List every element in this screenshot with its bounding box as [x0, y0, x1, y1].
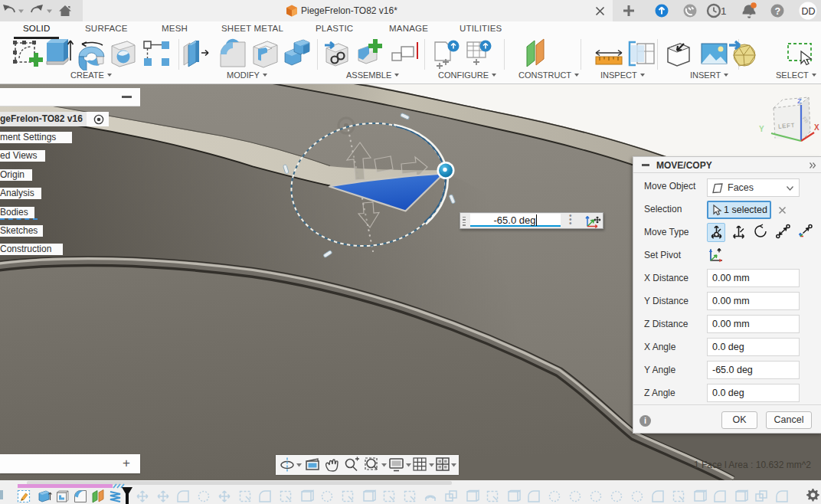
- svg-text:1: 1: [721, 5, 727, 17]
- svg-text:LEFT: LEFT: [778, 122, 796, 130]
- svg-text:X: X: [814, 123, 819, 132]
- svg-text:Y: Y: [759, 125, 764, 133]
- svg-text:?: ?: [775, 6, 781, 17]
- svg-text:Z: Z: [797, 97, 802, 105]
- svg-text:DD: DD: [802, 6, 816, 17]
